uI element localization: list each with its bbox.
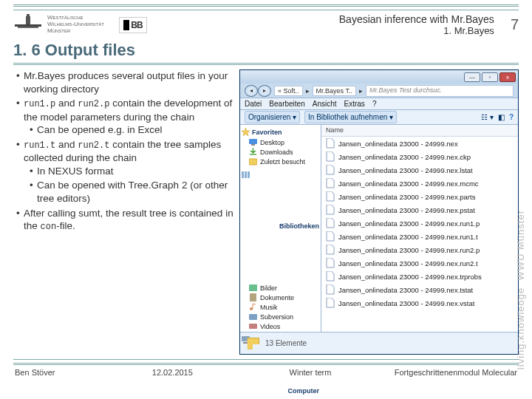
file-row[interactable]: Jansen_onlinedata 23000 - 24999.nex.trpr… [321, 270, 518, 283]
file-icon [326, 245, 335, 255]
logo-uni-muenster: Westfälische Wilhelms-Universität Münste… [13, 14, 104, 36]
explorer-file-pane: Name Jansen_onlinedata 23000 - 24999.nex… [321, 125, 518, 332]
svg-rect-8 [249, 159, 257, 165]
menu-edit[interactable]: Bearbeiten [269, 100, 304, 108]
file-icon [326, 284, 335, 295]
file-icon [326, 178, 335, 188]
sidebar-item-documents[interactable]: Dokumente [242, 293, 319, 302]
maximize-button[interactable]: ▫ [482, 72, 498, 82]
sidebar-item-downloads[interactable]: Downloads [242, 147, 319, 157]
svg-rect-10 [245, 171, 247, 178]
star-icon [242, 128, 250, 136]
file-name: Jansen_onlinedata 23000 - 24999.nex.part… [338, 193, 475, 201]
file-row[interactable]: Jansen_onlinedata 23000 - 24999.nex.tsta… [321, 283, 518, 296]
menu-bar: Datei Bearbeiten Ansicht Extras ? [240, 98, 518, 110]
file-row[interactable]: Jansen_onlinedata 23000 - 24999.nex.lsta… [321, 163, 518, 177]
file-row[interactable]: Jansen_onlinedata 23000 - 24999.nex.psta… [321, 203, 518, 216]
svg-rect-3 [27, 14, 30, 16]
preview-pane-icon[interactable]: ◧ [498, 113, 505, 121]
bullet-list: Mr.Bayes produces several output files i… [13, 69, 235, 355]
desktop-icon [249, 138, 257, 146]
close-button[interactable]: x [499, 72, 516, 82]
videos-icon [249, 322, 257, 330]
sidebar-favorites-header[interactable]: Favoriten [242, 128, 319, 136]
minimize-button[interactable]: — [464, 72, 480, 82]
svg-rect-2 [26, 16, 30, 24]
explorer-screenshot: — ▫ x ◂ ▸ « Soft.. ▸ Mr.Bayes T.. ▸ Mr.B… [239, 69, 519, 355]
file-icon [326, 205, 335, 215]
sidebar-item-music[interactable]: Musik [242, 302, 319, 312]
forward-button[interactable]: ▸ [258, 85, 271, 97]
file-icon [326, 165, 335, 175]
footer-term: Winter term [242, 368, 380, 377]
include-library-button[interactable]: In Bibliothek aufnehmen ▾ [304, 111, 397, 123]
footer-date: 12.02.2015 [103, 368, 242, 377]
footer-author: Ben Stöver [15, 368, 103, 377]
bullet-3-sub2: Can be opened with Tree.Graph 2 (or othe… [27, 179, 235, 205]
help-icon[interactable]: ? [509, 113, 514, 121]
library-icon [242, 171, 277, 282]
file-icon [326, 231, 335, 242]
svg-marker-5 [242, 128, 250, 136]
toolbar: Organisieren ▾ In Bibliothek aufnehmen ▾… [240, 110, 518, 125]
search-input[interactable]: Mr.Bayes Test durchsuc. [366, 85, 514, 97]
header-title: Bayesian inference with Mr.Bayes [153, 13, 494, 25]
subversion-icon [249, 313, 257, 321]
file-icon [326, 191, 335, 202]
file-name: Jansen_onlinedata 23000 - 24999.nex.mcmc [338, 180, 479, 188]
bullet-1: Mr.Bayes produces several output files i… [16, 69, 235, 95]
file-row[interactable]: Jansen_onlinedata 23000 - 24999.nex.run1… [321, 216, 518, 230]
file-name: Jansen_onlinedata 23000 - 24999.nex.ckp [338, 153, 471, 161]
music-icon [249, 303, 257, 311]
castle-icon [13, 14, 43, 36]
file-name: Jansen_onlinedata 23000 - 24999.nex.lsta… [338, 166, 473, 174]
logo-ibb: BB [119, 17, 147, 33]
menu-help[interactable]: ? [372, 100, 377, 108]
svg-rect-15 [249, 314, 257, 320]
file-row[interactable]: Jansen_onlinedata 23000 - 24999.nex.vsta… [321, 296, 518, 310]
file-icon [326, 151, 335, 162]
menu-view[interactable]: Ansicht [313, 100, 337, 108]
svg-rect-4 [24, 30, 33, 35]
organize-button[interactable]: Organisieren ▾ [245, 111, 300, 123]
file-row[interactable]: Jansen_onlinedata 23000 - 24999.nex.run2… [321, 243, 518, 256]
menu-file[interactable]: Datei [245, 100, 262, 108]
file-row[interactable]: Jansen_onlinedata 23000 - 24999.nex.run1… [321, 230, 518, 243]
sidebar-item-recent[interactable]: Zuletzt besucht [242, 157, 319, 166]
file-row[interactable]: Jansen_onlinedata 23000 - 24999.nex [321, 137, 518, 150]
bullet-2-sub1: Can be opened e.g. in Excel [27, 123, 235, 137]
sidebar-item-desktop[interactable]: Desktop [242, 137, 319, 147]
column-header-name[interactable]: Name [321, 125, 518, 137]
bullet-2: run1.p and run2.p contain the developmen… [16, 97, 235, 137]
file-row[interactable]: Jansen_onlinedata 23000 - 24999.nex.mcmc [321, 177, 518, 190]
file-name: Jansen_onlinedata 23000 - 24999.nex.trpr… [338, 273, 482, 281]
file-row[interactable]: Jansen_onlinedata 23000 - 24999.nex.part… [321, 190, 518, 203]
sidebar-item-pictures[interactable]: Bilder [242, 283, 319, 293]
path-seg-1[interactable]: « Soft.. [274, 86, 303, 96]
path-seg-2[interactable]: Mr.Bayes T.. [313, 86, 356, 96]
file-icon [326, 218, 335, 228]
svg-rect-16 [249, 324, 257, 329]
recent-icon [249, 157, 257, 166]
svg-rect-0 [15, 24, 41, 27]
bullet-3: run1.t and run2.t contain the tree sampl… [16, 138, 235, 205]
window-titlebar: — ▫ x [240, 70, 518, 83]
svg-rect-12 [249, 284, 257, 291]
file-name: Jansen_onlinedata 23000 - 24999.nex.run2… [338, 259, 478, 267]
file-name: Jansen_onlinedata 23000 - 24999.nex.tsta… [338, 286, 473, 294]
back-button[interactable]: ◂ [245, 85, 258, 97]
file-row[interactable]: Jansen_onlinedata 23000 - 24999.nex.ckp [321, 150, 518, 163]
svg-rect-1 [18, 27, 38, 28]
documents-icon [249, 293, 257, 301]
brand-sidebar: living.knowledge WWU Münster [515, 44, 530, 369]
file-row[interactable]: Jansen_onlinedata 23000 - 24999.nex.run2… [321, 256, 518, 270]
top-rule [13, 4, 519, 10]
sidebar-item-videos[interactable]: Videos [242, 321, 319, 331]
status-text: 13 Elemente [265, 339, 307, 347]
sidebar-item-subversion[interactable]: Subversion [242, 312, 319, 321]
page-number: 7 [500, 16, 519, 33]
sidebar-libraries-header[interactable]: Bibliotheken [242, 171, 319, 282]
svg-rect-11 [248, 171, 250, 178]
menu-extras[interactable]: Extras [344, 100, 365, 108]
view-options-icon[interactable]: ☷ ▾ [481, 113, 494, 121]
